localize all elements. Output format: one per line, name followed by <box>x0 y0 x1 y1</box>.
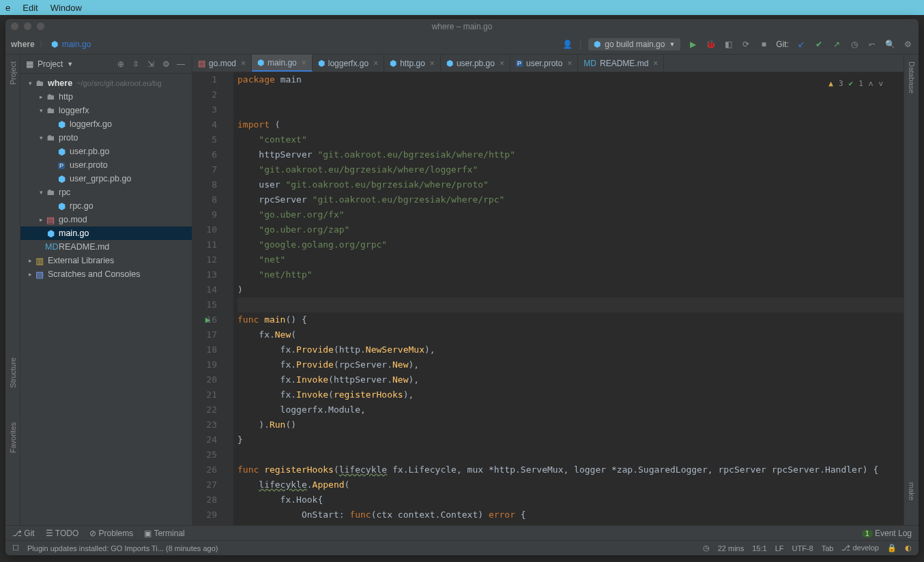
todo-tool-tab[interactable]: ☰ TODO <box>46 529 79 538</box>
editor-tab[interactable]: ⬢loggerfx.go× <box>313 55 384 72</box>
chevron-down-icon[interactable]: ▼ <box>67 61 73 68</box>
bottom-tool-tabs: ⎇ Git ☰ TODO ⊘ Problems ▣ Terminal 1 Eve… <box>5 525 919 540</box>
status-message: Plugin updates installed: GO Imports Ti.… <box>27 544 218 552</box>
structure-tool-tab[interactable]: Structure <box>9 357 17 388</box>
editor-tab[interactable]: Puser.proto× <box>510 55 578 72</box>
menu-item[interactable]: e <box>5 3 10 13</box>
run-button[interactable]: ▶ <box>687 39 698 50</box>
window-title: where – main.go <box>432 22 493 31</box>
project-panel-title[interactable]: Project <box>38 59 63 69</box>
warning-count: 3 <box>839 76 843 91</box>
search-icon[interactable]: 🔍 <box>884 39 895 50</box>
tree-item[interactable]: ▾🖿where~/go/src/git.oakroot.eu/bg <box>20 76 192 90</box>
coverage-button[interactable]: ◧ <box>723 39 734 50</box>
tree-item[interactable]: ▸▥External Libraries <box>20 254 192 267</box>
close-icon[interactable] <box>11 23 18 30</box>
tree-item[interactable]: ⬢loggerfx.go <box>20 117 192 131</box>
terminal-tool-tab[interactable]: ▣ Terminal <box>144 529 184 538</box>
mac-menubar: e Edit Window <box>0 0 924 15</box>
git-tool-tab[interactable]: ⎇ Git <box>12 529 35 538</box>
tree-item[interactable]: ⬢user_grpc.pb.go <box>20 172 192 186</box>
fold-column[interactable] <box>225 72 233 525</box>
git-label: Git: <box>776 40 789 49</box>
editor-tab[interactable]: ⬢http.go× <box>384 55 441 72</box>
tree-item[interactable]: ▾🖿rpc <box>20 186 192 199</box>
status-caret-pos[interactable]: 15:1 <box>752 544 766 552</box>
settings-icon[interactable]: ⚙ <box>902 39 913 50</box>
editor-tab[interactable]: ▤go.mod× <box>192 55 252 72</box>
editor-tab[interactable]: ⬢main.go× <box>252 55 313 72</box>
gear-icon[interactable]: ⚙ <box>160 59 171 70</box>
breadcrumb[interactable]: where 〉 ⬢ main.go <box>11 38 91 50</box>
ok-count: 1 <box>858 76 863 91</box>
tree-item[interactable]: ▸▤go.mod <box>20 213 192 226</box>
make-tool-tab[interactable]: make <box>908 482 916 501</box>
event-log-tab[interactable]: 1 Event Log <box>862 529 912 538</box>
tree-item[interactable]: ▸▧Scratches and Consoles <box>20 267 192 281</box>
warning-icon: ▲ <box>828 76 833 91</box>
tree-item[interactable]: ⬢rpc.go <box>20 199 192 213</box>
close-icon[interactable]: × <box>373 59 378 68</box>
project-tool-tab[interactable]: Project <box>9 61 17 85</box>
close-icon[interactable]: × <box>430 59 435 68</box>
tree-item[interactable]: ▾🖿loggerfx <box>20 104 192 117</box>
favorites-tool-tab[interactable]: Favorites <box>9 422 17 453</box>
status-message-icon: ☐ <box>12 544 19 552</box>
prev-highlight-icon[interactable]: ʌ <box>869 76 874 91</box>
user-icon[interactable]: 👤 <box>562 39 573 50</box>
history-icon[interactable]: ◷ <box>849 39 860 50</box>
close-icon[interactable]: × <box>567 59 572 68</box>
stop-button[interactable]: ■ <box>758 39 769 50</box>
memory-indicator-icon[interactable]: ◐ <box>905 544 912 552</box>
code-content[interactable]: package main import ( "context" httpServ… <box>233 72 904 525</box>
breadcrumb-project[interactable]: where <box>11 40 35 49</box>
status-bar: ☐ Plugin updates installed: GO Imports T… <box>5 540 919 555</box>
project-tree[interactable]: ▾🖿where~/go/src/git.oakroot.eu/bg▸🖿http▾… <box>20 74 192 525</box>
tree-item[interactable]: Puser.proto <box>20 158 192 172</box>
status-encoding[interactable]: UTF-8 <box>792 544 813 552</box>
git-pull-icon[interactable]: ↙ <box>796 39 807 50</box>
next-highlight-icon[interactable]: v <box>878 76 883 91</box>
collapse-all-icon[interactable]: ⇲ <box>145 59 156 70</box>
breadcrumb-file[interactable]: main.go <box>62 40 91 49</box>
zoom-icon[interactable] <box>37 23 44 30</box>
go-file-icon: ⬢ <box>594 40 601 49</box>
git-branch[interactable]: ⎇ develop <box>841 544 879 552</box>
close-icon[interactable]: × <box>302 58 306 68</box>
close-icon[interactable]: × <box>500 59 504 68</box>
locate-icon[interactable]: ⊕ <box>115 59 126 70</box>
tree-item[interactable]: ▸🖿http <box>20 90 192 104</box>
line-gutter[interactable]: 1234567889101112131415▶ 1617181920212223… <box>192 72 225 525</box>
menu-item[interactable]: Edit <box>23 3 38 13</box>
debug-button[interactable]: 🐞 <box>705 39 716 50</box>
run-configuration-select[interactable]: ⬢ go build main.go ▼ <box>588 38 680 50</box>
menu-item[interactable]: Window <box>50 3 82 13</box>
editor-tab[interactable]: ⬢user.pb.go× <box>441 55 510 72</box>
code-editor[interactable]: ▲3 ✔1 ʌ v 1234567889101112131415▶ 161718… <box>192 72 904 525</box>
revert-icon[interactable]: ⤺ <box>867 39 878 50</box>
status-line-separator[interactable]: LF <box>775 544 784 552</box>
close-icon[interactable]: × <box>241 59 246 68</box>
git-commit-icon[interactable]: ✔ <box>813 39 824 50</box>
editor-tab[interactable]: MDREADME.md× <box>578 55 664 72</box>
git-push-icon[interactable]: ↗ <box>831 39 842 50</box>
tree-item[interactable]: MDREADME.md <box>20 240 192 254</box>
hide-panel-icon[interactable]: — <box>175 59 186 70</box>
lock-icon[interactable]: 🔒 <box>887 544 897 552</box>
minimize-icon[interactable] <box>24 23 31 30</box>
expand-all-icon[interactable]: ⇳ <box>130 59 141 70</box>
tree-item[interactable]: ⬢main.go <box>20 226 192 240</box>
tree-item[interactable]: ⬢user.pb.go <box>20 145 192 158</box>
run-config-label: go build main.go <box>605 40 665 49</box>
inspection-widget[interactable]: ▲3 ✔1 ʌ v <box>828 76 883 91</box>
problems-tool-tab[interactable]: ⊘ Problems <box>89 529 133 538</box>
left-tool-strip: Project Structure Favorites <box>5 55 20 525</box>
window-controls[interactable] <box>11 23 44 30</box>
status-indent[interactable]: Tab <box>822 544 834 552</box>
editor-area: ▤go.mod×⬢main.go×⬢loggerfx.go×⬢http.go×⬢… <box>192 55 904 525</box>
tree-item[interactable]: ▾🖿proto <box>20 131 192 145</box>
editor-tabs[interactable]: ▤go.mod×⬢main.go×⬢loggerfx.go×⬢http.go×⬢… <box>192 55 904 72</box>
database-tool-tab[interactable]: Database <box>908 61 916 93</box>
close-icon[interactable]: × <box>653 59 658 68</box>
profile-button[interactable]: ⟳ <box>740 39 751 50</box>
